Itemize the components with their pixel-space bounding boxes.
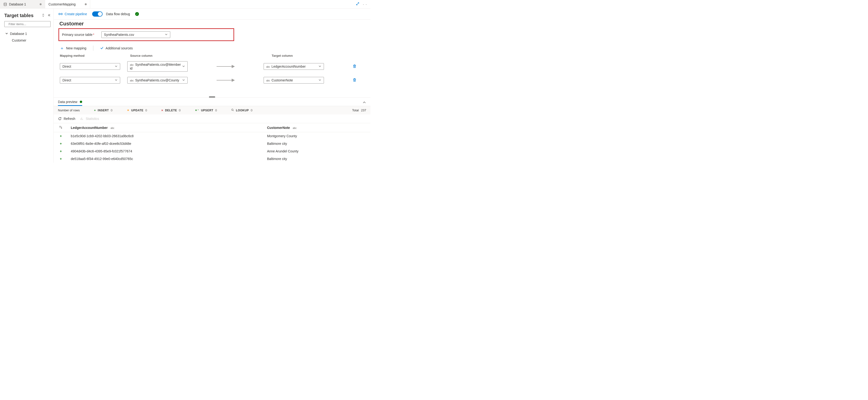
row-change-icon: +	[54, 147, 68, 155]
svg-point-10	[231, 109, 233, 111]
table-row: + b1e5c90d-1cb9-4202-bb03-26631a9bc6c8 M…	[54, 132, 370, 140]
create-pipeline-button[interactable]: Create pipeline	[58, 12, 87, 16]
cell-note: Baltimore city	[264, 140, 370, 147]
chevron-down-icon	[182, 65, 185, 68]
type-badge: abc	[266, 66, 270, 68]
statistics-button: Statistics	[80, 117, 99, 121]
database-icon	[3, 2, 7, 6]
tree-node-database-1[interactable]: Database 1	[4, 30, 51, 37]
collapse-sidebar-icon[interactable]	[47, 13, 51, 18]
tree-node-label: Database 1	[10, 32, 27, 36]
filter-items-input[interactable]	[8, 22, 49, 26]
source-column-select[interactable]: abcSyntheaPatients.csv@County	[127, 77, 188, 84]
collapse-preview-icon[interactable]	[363, 101, 366, 105]
source-column-select[interactable]: abcSyntheaPatients.csv@Member id	[127, 61, 188, 72]
column-header-ledger[interactable]: LedgerAccountNumber abc	[68, 123, 264, 132]
mapping-grid-header: Mapping method Source column Target colu…	[58, 54, 370, 59]
data-preview-tab[interactable]: Data preview	[58, 100, 82, 106]
svg-marker-8	[232, 79, 235, 82]
delete-icon: ×	[161, 108, 163, 112]
search-icon	[6, 23, 7, 26]
additional-sources-label: Additional sources	[106, 46, 133, 50]
count-upsert: ✶⁺ Upsert 0	[195, 108, 217, 112]
primary-source-row: Primary source table* SyntheaPatients.cs…	[58, 28, 234, 41]
primary-source-select[interactable]: SyntheaPatients.csv	[101, 31, 170, 38]
count-insert: + Insert 0	[94, 108, 113, 112]
preview-toolbar: Refresh Statistics	[54, 114, 370, 123]
svg-point-0	[4, 3, 7, 4]
check-icon	[100, 46, 104, 51]
table-row: + 63e08f91-8a9e-40fe-af02-dcee8c53d48e B…	[54, 140, 370, 147]
plus-icon: ＋	[60, 45, 64, 51]
expand-editor-icon[interactable]	[356, 2, 360, 6]
tree-item-customer[interactable]: Customer	[4, 37, 51, 44]
chevron-down-icon	[5, 32, 8, 36]
chevron-down-icon	[182, 78, 185, 82]
type-badge: abc	[130, 79, 134, 82]
main-toolbar: Create pipeline Data flow debug ✓	[54, 8, 370, 20]
chevron-down-icon	[115, 65, 118, 68]
type-badge: abc	[293, 127, 297, 129]
pipeline-icon	[58, 12, 63, 16]
header-mapping-method: Mapping method	[60, 54, 123, 58]
primary-source-value: SyntheaPatients.csv	[104, 33, 134, 37]
create-pipeline-label: Create pipeline	[65, 12, 87, 16]
table-row: + 4904d43b-d4c6-4395-85e9-fc021f577674 A…	[54, 147, 370, 155]
count-lookup: Lookup 0	[231, 108, 252, 112]
source-column-value: SyntheaPatients.csv@County	[135, 78, 179, 82]
data-flow-debug-toggle[interactable]	[92, 11, 102, 16]
target-tables-sidebar: Target tables	[0, 8, 54, 163]
trash-icon	[352, 78, 357, 82]
target-column-value: CustomerNote	[272, 78, 293, 82]
sort-column-header[interactable]	[54, 123, 68, 132]
row-change-icon: +	[54, 155, 68, 163]
cell-note: Montgomery County	[264, 132, 370, 140]
editor-tabstrip: Database 1 CustomerMapping · ·	[0, 0, 370, 8]
data-preview-tab-label: Data preview	[58, 100, 78, 104]
new-mapping-button[interactable]: ＋ New mapping	[60, 45, 87, 51]
column-header-note[interactable]: CustomerNote abc	[264, 123, 370, 132]
header-source-column: Source column	[130, 54, 196, 58]
cell-ledger: b1e5c90d-1cb9-4202-bb03-26631a9bc6c8	[68, 132, 264, 140]
sort-icon	[59, 126, 62, 129]
refresh-button[interactable]: Refresh	[58, 117, 75, 121]
delete-mapping-button[interactable]	[352, 78, 357, 83]
mapping-actions: ＋ New mapping Additional sources	[58, 43, 370, 54]
row-counts-bar: Number of rows + Insert 0 ✶ Update 0 × D…	[54, 106, 370, 114]
total-label: Total	[352, 108, 359, 112]
total-value: 237	[361, 108, 366, 112]
mapping-method-value: Direct	[62, 78, 71, 82]
target-column-select[interactable]: abcLedgerAccountNumber	[264, 63, 324, 70]
statistics-label: Statistics	[86, 117, 99, 121]
data-preview-panel: Data preview Number of rows + Insert 0 ✶…	[54, 97, 370, 163]
svg-rect-6	[353, 65, 355, 68]
tab-customer-mapping[interactable]: CustomerMapping	[45, 0, 90, 8]
cell-note: Baltimore city	[264, 155, 370, 163]
main-panel: Create pipeline Data flow debug ✓ Custom…	[54, 8, 370, 163]
cell-note: Anne Arundel County	[264, 147, 370, 155]
delete-mapping-button[interactable]	[352, 64, 357, 69]
chevron-updown-icon[interactable]	[41, 13, 45, 18]
entity-title: Customer	[59, 21, 370, 27]
additional-sources-button[interactable]: Additional sources	[100, 46, 133, 51]
tab-actions: · ·	[352, 2, 370, 6]
svg-point-1	[6, 24, 7, 24]
debug-ready-icon: ✓	[135, 12, 139, 16]
target-column-select[interactable]: abcCustomerNote	[264, 77, 324, 84]
mapping-method-select[interactable]: Direct	[60, 77, 120, 84]
refresh-label: Refresh	[64, 117, 75, 121]
mapping-method-value: Direct	[62, 65, 71, 68]
type-badge: abc	[111, 127, 114, 129]
tab-database-1[interactable]: Database 1	[0, 0, 45, 8]
more-actions-icon[interactable]: · ·	[363, 2, 367, 6]
tree-item-label: Customer	[12, 38, 26, 42]
mapping-row: Direct abcSyntheaPatients.csv@Member id	[58, 59, 370, 75]
mapping-row: Direct abcSyntheaPatients.csv@County	[58, 75, 370, 87]
sidebar-title: Target tables	[4, 13, 33, 18]
svg-rect-2	[59, 13, 60, 15]
unsaved-indicator-icon	[85, 3, 87, 5]
mapping-method-select[interactable]: Direct	[60, 63, 120, 70]
update-icon: ✶	[127, 108, 129, 112]
mapping-arrow-icon	[195, 64, 256, 69]
cell-ledger: 63e08f91-8a9e-40fe-af02-dcee8c53d48e	[68, 140, 264, 147]
